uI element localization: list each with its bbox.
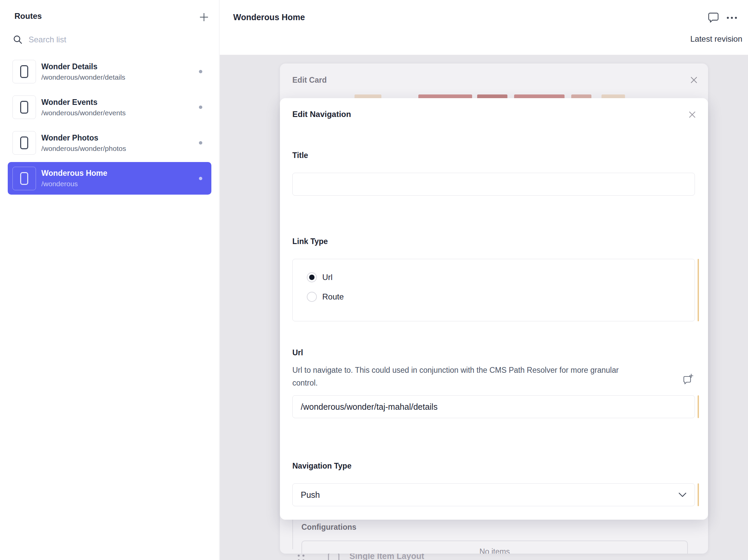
route-path: /wonderous/wonder/details [41, 73, 125, 82]
plus-icon [198, 11, 210, 23]
route-card-icon [13, 60, 36, 84]
edit-card-modal-title: Edit Card [293, 76, 327, 85]
sidebar-title: Routes [15, 11, 42, 21]
search-bar [13, 33, 201, 46]
route-list-item-selected: Wonderous Home /wonderous [0, 162, 219, 197]
configurations-label: Configurations [301, 523, 356, 532]
more-options-button[interactable] [725, 14, 739, 22]
route-card-icon [13, 167, 36, 190]
route-card-icon [13, 131, 36, 155]
navigation-type-select[interactable]: Push [293, 483, 695, 506]
no-items-label: No items [302, 547, 687, 554]
background-list-item: Single Item Layout [220, 553, 748, 560]
radio-unselected-icon [307, 292, 317, 302]
link-type-field-label: Link Type [293, 237, 328, 246]
search-input[interactable] [28, 35, 183, 44]
route-title: Wonderous Home [41, 168, 107, 178]
phone-outline-icon [20, 172, 28, 185]
title-input[interactable] [293, 173, 695, 196]
phone-outline-icon [20, 65, 28, 78]
content-area: Single Item Layout Edit Card Configurati… [220, 55, 748, 560]
radio-selected-icon [307, 272, 317, 282]
close-icon [689, 75, 699, 85]
route-list-item: Wonder Photos /wonderous/wonder/photos [0, 125, 219, 161]
url-field-label: Url [293, 348, 303, 357]
route-status-dot [199, 177, 202, 180]
modified-indicator-bar [698, 395, 699, 418]
route-path: /wonderous [41, 179, 107, 189]
url-field-description: Url to navigate to. This could used in c… [293, 364, 632, 389]
drag-handle-icon [298, 555, 306, 560]
layout-icon [328, 553, 340, 560]
link-type-option-url[interactable]: Url [293, 267, 695, 287]
route-title: Wonder Details [41, 62, 125, 72]
revision-selector[interactable]: Latest revision [690, 34, 742, 44]
route-path: /wonderous/wonder/photos [41, 144, 126, 153]
page-title: Wonderous Home [233, 13, 305, 22]
modified-indicator-bar [698, 259, 699, 321]
route-title: Wonder Photos [41, 133, 126, 143]
url-input[interactable] [293, 395, 695, 418]
navigation-type-field-label: Navigation Type [293, 462, 351, 471]
radio-option-label: Url [322, 273, 333, 282]
phone-outline-icon [20, 101, 28, 114]
navigation-type-value: Push [301, 490, 320, 500]
title-field-label: Title [293, 151, 308, 160]
search-icon [13, 34, 23, 45]
route-title: Wonder Events [41, 97, 126, 107]
modified-indicator-bar [698, 483, 699, 506]
edit-card-close-button[interactable] [689, 75, 699, 85]
route-row-wonder-photos[interactable]: Wonder Photos /wonderous/wonder/photos [0, 125, 219, 161]
edit-navigation-close-button[interactable] [687, 110, 697, 120]
route-list: Wonder Details /wonderous/wonder/details… [0, 54, 219, 197]
add-route-button[interactable] [198, 11, 210, 23]
comments-button[interactable] [708, 12, 719, 23]
routes-sidebar: Routes Wonder Details /wonderous/wonder/… [0, 0, 219, 560]
route-list-item: Wonder Events /wonderous/wonder/events [0, 89, 219, 125]
link-type-radio-group: Url Route [293, 259, 695, 321]
comment-bubble-icon [708, 12, 719, 23]
route-path: /wonderous/wonder/events [41, 108, 126, 118]
route-row-wonderous-home[interactable]: Wonderous Home /wonderous [8, 162, 211, 195]
close-icon [687, 110, 697, 120]
route-card-icon [13, 95, 36, 119]
route-row-wonder-events[interactable]: Wonder Events /wonderous/wonder/events [0, 89, 219, 125]
edit-navigation-modal-title: Edit Navigation [293, 110, 351, 119]
route-status-dot [199, 70, 202, 73]
edit-navigation-modal: Edit Navigation Title Link Type Url Rout… [280, 98, 708, 520]
chevron-down-icon [678, 492, 686, 497]
main-header: Wonderous Home Latest revision [220, 0, 748, 55]
configurations-empty-box: No items [301, 540, 688, 554]
route-status-dot [199, 106, 202, 109]
route-status-dot [199, 141, 202, 144]
add-comment-icon [681, 373, 694, 387]
ellipsis-icon [725, 14, 739, 22]
phone-outline-icon [20, 137, 28, 149]
add-comment-button[interactable] [681, 373, 694, 387]
route-row-wonder-details[interactable]: Wonder Details /wonderous/wonder/details [0, 54, 219, 89]
link-type-option-route[interactable]: Route [293, 287, 695, 307]
route-list-item: Wonder Details /wonderous/wonder/details [0, 54, 219, 89]
radio-option-label: Route [322, 292, 344, 302]
